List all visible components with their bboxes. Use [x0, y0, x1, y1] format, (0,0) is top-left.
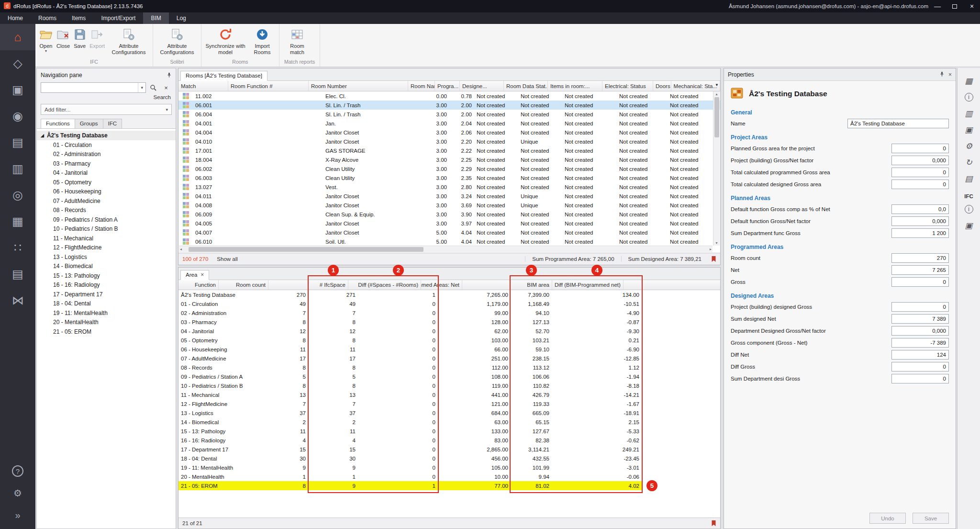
settings-panel-icon[interactable]: ⚙	[965, 138, 973, 154]
scroll-left-icon[interactable]: ◂	[180, 247, 182, 251]
column-header[interactable]: Room Name and Room Descripti...	[408, 81, 435, 91]
area-row[interactable]: 14 - Biomedical 2 2 0 63.00 65.15 2.15	[178, 417, 720, 427]
area-row[interactable]: 03 - Pharmacy 8 8 0 128.00 127.13 -0.87	[178, 317, 720, 326]
chevron-down-icon[interactable]: ▾	[138, 83, 145, 92]
expand-strip-icon[interactable]: »	[0, 504, 35, 526]
room-row[interactable]: 17.001 GAS STORAGE 3.00 2.22 Not created…	[178, 146, 720, 155]
value-input[interactable]: 7 265	[891, 265, 949, 275]
column-header[interactable]: Items in room:...	[548, 81, 602, 91]
tree-item[interactable]: 01 - Circulation	[37, 140, 176, 150]
value-input[interactable]: -7 389	[891, 338, 949, 348]
tree-item[interactable]: 09 - Pediatrics / Station A	[37, 215, 176, 225]
reports-module-icon[interactable]: ▦	[0, 208, 35, 235]
value-input[interactable]: 270	[891, 253, 949, 263]
column-header[interactable]: Doors and Win...	[653, 81, 671, 91]
area-row[interactable]: 08 - Records 8 8 0 112.00 113.12 1.12	[178, 363, 720, 372]
maximize-button[interactable]	[947, 0, 963, 12]
rooms-tab[interactable]: Rooms [Å2's Testing Database]	[180, 71, 267, 81]
area-row[interactable]: 19 - 11: MentalHealth 9 9 0 105.00 101.9…	[178, 463, 720, 472]
value-input[interactable]: 0,000	[891, 216, 949, 226]
room-row[interactable]: 11.002 Elec. Cl. 0.00 0.78 Not created N…	[178, 91, 720, 101]
room-row[interactable]: 06.001 Sl. Lin. / Trash 3.00 2.00 Not cr…	[178, 101, 720, 110]
items-module-icon[interactable]: ◇	[0, 50, 35, 77]
room-row[interactable]: 04.007 Janitor Closet 5.00 4.04 Not crea…	[178, 228, 720, 237]
area-row[interactable]: 10 - Pediatrics / Station B 8 8 0 119.00…	[178, 381, 720, 390]
menu-tab[interactable]: BIM	[143, 12, 168, 24]
search-link[interactable]: Search	[154, 94, 171, 100]
room-row[interactable]: 04.010 Janitor Closet 3.00 2.20 Not crea…	[178, 137, 720, 146]
value-input[interactable]: 0	[891, 144, 949, 153]
area-row[interactable]: 01 - Circulation 49 49 0 1,179.00 1,168.…	[178, 299, 720, 308]
logs-module-icon[interactable]: ▤	[0, 261, 35, 287]
close-button[interactable]: ×	[964, 0, 980, 12]
column-header[interactable]: Programmed Areas: Net	[421, 280, 462, 290]
show-all-link[interactable]: Show all	[217, 256, 237, 262]
horizontal-scrollbar[interactable]: ◂ ▸	[179, 246, 713, 252]
tree-item[interactable]: 07 - AdultMedicine	[37, 196, 176, 206]
search-input[interactable]: ▾	[41, 82, 146, 93]
tree-item[interactable]: 21 - 05: EROM	[37, 327, 176, 337]
save-button[interactable]: Save	[72, 25, 88, 58]
tree-item[interactable]: 06 - Housekeeping	[37, 187, 176, 197]
process-module-icon[interactable]: ◎	[0, 182, 35, 208]
settings-gear-icon[interactable]: ⚙	[0, 482, 35, 504]
bim-module-icon[interactable]: ▣	[0, 77, 35, 103]
tree-item[interactable]: 10 - Pediatrics / Station B	[37, 225, 176, 234]
expander-icon[interactable]: ◢	[41, 133, 44, 138]
attribute-configurations-button[interactable]: Attribute Configurations	[107, 25, 151, 58]
history-panel-icon[interactable]: ↻	[965, 154, 973, 170]
tree-root[interactable]: ◢ Å2's Testing Database	[37, 131, 176, 140]
room-row[interactable]: 06.003 Clean Utility 3.00 2.35 Not creat…	[178, 173, 720, 182]
tree-item[interactable]: 17 - Department 17	[37, 290, 176, 299]
column-header[interactable]: Match	[178, 81, 228, 91]
area-row[interactable]: 05 - Optometry 8 8 0 103.00 103.21 0.21	[178, 336, 720, 345]
menu-tab[interactable]: Rooms	[31, 12, 64, 24]
nav-tab[interactable]: IFC	[103, 119, 122, 128]
tree-item[interactable]: 14 - Biomedical	[37, 262, 176, 271]
area-row[interactable]: 07 - AdultMedicine 17 17 0 251.00 238.15…	[178, 354, 720, 363]
menu-tab[interactable]: Items	[64, 12, 93, 24]
solibri-attribute-configurations-button[interactable]: Attribute Configurations	[155, 25, 199, 58]
network-module-icon[interactable]: ⋈	[0, 287, 35, 314]
area-row[interactable]: 15 - 13: Pathology 11 11 0 133.00 127.67…	[178, 427, 720, 436]
minimize-button[interactable]: —	[929, 0, 946, 12]
area-row[interactable]: 02 - Administration 7 7 0 99.00 94.10 -4…	[178, 308, 720, 317]
tree-item[interactable]: 19 - 11: MentalHealth	[37, 308, 176, 318]
scroll-up-icon[interactable]: ▴	[715, 92, 717, 96]
clear-search-icon[interactable]: ×	[160, 82, 172, 93]
search-icon[interactable]	[147, 82, 159, 93]
open-button[interactable]: Open ▾	[37, 25, 55, 58]
value-input[interactable]: 1 200	[891, 228, 949, 238]
room-row[interactable]: 06.002 Clean Utility 3.00 2.29 Not creat…	[178, 164, 720, 173]
column-header[interactable]: Diff (BIM-Programmed net)	[552, 280, 624, 290]
tree-item[interactable]: 13 - Logistics	[37, 252, 176, 262]
pin-icon[interactable]	[939, 71, 945, 78]
room-row[interactable]: 13.027 Vest. 3.00 2.80 Not created Not c…	[178, 182, 720, 191]
column-header[interactable]: BIM area	[462, 280, 552, 290]
packages-module-icon[interactable]: ∷	[0, 235, 35, 261]
area-row[interactable]: 16 - 16: Radiology 4 4 0 83.00 82.38 -0.…	[178, 436, 720, 445]
room-match-button[interactable]: Room match	[281, 25, 313, 58]
value-input[interactable]: 0	[891, 277, 949, 287]
close-panel-icon[interactable]: ×	[948, 71, 952, 78]
area-row[interactable]: 13 - Logistics 37 37 0 684.00 665.09 -18…	[178, 408, 720, 417]
undo-button[interactable]: Undo	[869, 513, 906, 524]
area-row[interactable]: 06 - Housekeeping 11 11 0 66.00 59.10 -6…	[178, 345, 720, 354]
column-header[interactable]: Function	[178, 280, 219, 290]
column-header[interactable]: Diff (#Spaces - #Rooms)	[348, 280, 421, 290]
tree-item[interactable]: 18 - 04: Dental	[37, 299, 176, 309]
close-ifc-button[interactable]: Close	[55, 25, 72, 58]
area-row[interactable]: 21 - 05: EROM 8 9 1 77.00 81.02 4.02	[178, 481, 720, 490]
add-filter-dropdown[interactable]: Add filter... ▾	[41, 104, 172, 115]
value-input[interactable]: 0	[891, 180, 949, 189]
value-input[interactable]: 0	[891, 168, 949, 177]
room-row[interactable]: 04.001 Jan. 3.00 2.04 Not created Not cr…	[178, 119, 720, 128]
save-properties-button[interactable]: Save	[913, 513, 949, 524]
tree-item[interactable]: 11 - Mechanical	[37, 234, 176, 243]
room-row[interactable]: 06.009 Clean Sup. & Equip. 3.00 3.90 Not…	[178, 210, 720, 219]
nav-tab[interactable]: Functions	[41, 119, 75, 128]
systems-module-icon[interactable]: ◉	[0, 103, 35, 129]
scroll-down-icon[interactable]: ▾	[715, 241, 717, 245]
area-row[interactable]: 04 - Janitorial 12 12 0 62.00 52.70 -9.3…	[178, 326, 720, 336]
room-row[interactable]: 06.004 Sl. Lin. / Trash 3.00 2.00 Not cr…	[178, 110, 720, 119]
